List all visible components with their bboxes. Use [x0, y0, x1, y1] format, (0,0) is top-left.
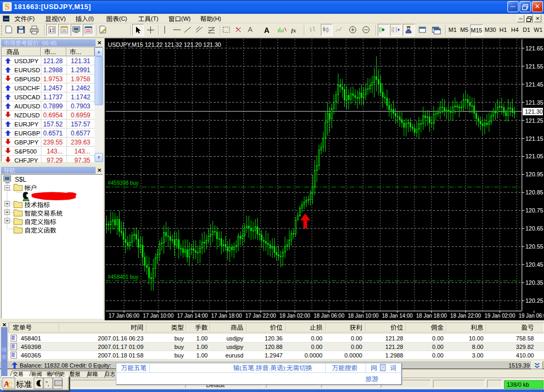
svg-text:”‚: ”‚	[46, 380, 49, 387]
svg-text:120.45: 120.45	[525, 261, 543, 268]
svg-text:121.05: 121.05	[525, 153, 543, 159]
svg-text:USDJPY,M15 121.22 121.32 121.: USDJPY,M15 121.22 121.32 121.20 121.30	[108, 41, 221, 48]
svg-text:fx: fx	[291, 27, 296, 33]
svg-text:120.35: 120.35	[525, 279, 543, 286]
svg-text:121.35: 121.35	[525, 99, 543, 106]
svg-text:121.45: 121.45	[525, 81, 543, 88]
svg-text:#459398 buy: #459398 buy	[108, 180, 139, 186]
svg-text:17 Jan 22:00: 17 Jan 22:00	[245, 313, 276, 319]
svg-text:120.25: 120.25	[525, 297, 543, 304]
svg-text:18 Jan 22:00: 18 Jan 22:00	[450, 313, 481, 319]
svg-text:19 Jan 02:00: 19 Jan 02:00	[484, 313, 515, 319]
svg-text:121.65: 121.65	[525, 45, 543, 52]
svg-text:17 Jan 18:00: 17 Jan 18:00	[211, 313, 242, 319]
svg-text:120.95: 120.95	[525, 171, 543, 177]
svg-text:120.55: 120.55	[525, 243, 543, 250]
svg-text:121.55: 121.55	[525, 63, 543, 70]
svg-text:121.15: 121.15	[525, 135, 543, 142]
svg-text:19 Jan 06:00: 19 Jan 06:00	[518, 313, 544, 319]
svg-text:18 Jan 10:00: 18 Jan 10:00	[348, 313, 379, 319]
svg-text:18 Jan 02:00: 18 Jan 02:00	[279, 313, 310, 319]
svg-text:18 Jan 06:00: 18 Jan 06:00	[313, 313, 344, 319]
svg-text:18 Jan 14:00: 18 Jan 14:00	[382, 313, 413, 319]
svg-text:121.30: 121.30	[525, 108, 543, 115]
svg-text:120.75: 120.75	[525, 207, 543, 214]
svg-text:#458401 buy: #458401 buy	[108, 274, 139, 280]
svg-text:17 Jan 06:00: 17 Jan 06:00	[109, 313, 140, 319]
svg-text:121.25: 121.25	[525, 117, 543, 124]
svg-text:18 Jan 18:00: 18 Jan 18:00	[416, 313, 447, 319]
svg-text:17 Jan 10:00: 17 Jan 10:00	[143, 313, 174, 319]
svg-text:A: A	[264, 26, 269, 35]
svg-text:120.85: 120.85	[525, 189, 543, 195]
svg-text:C: C	[7, 381, 13, 389]
svg-text:120.65: 120.65	[525, 225, 543, 232]
svg-text:17 Jan 14:00: 17 Jan 14:00	[177, 313, 208, 319]
